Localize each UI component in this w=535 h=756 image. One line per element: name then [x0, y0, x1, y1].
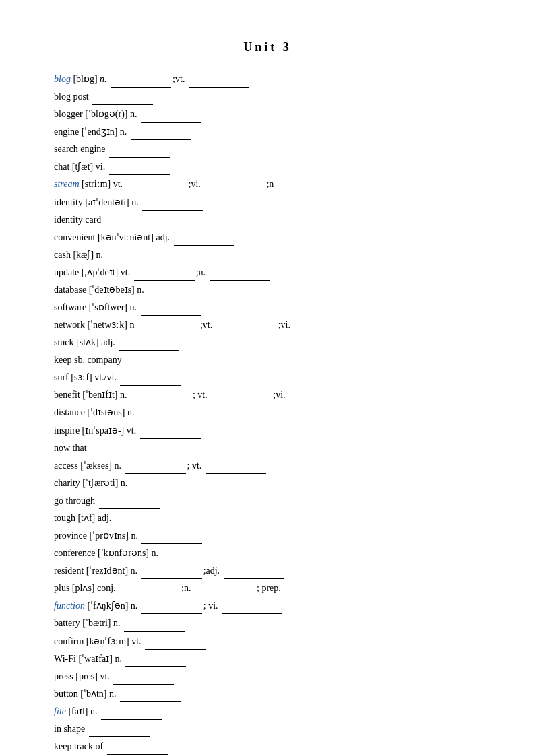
list-item: function [ˈfʌŋkʃən] n. ; vi. [54, 597, 481, 614]
list-item: battery [ˈbætri] n. [54, 615, 481, 631]
list-item: chat [tʃæt] vi. [54, 158, 481, 175]
list-item: stuck [stʌk] adj. [54, 334, 481, 351]
list-item: button [ˈbʌtn] n. [54, 685, 481, 702]
list-item: province [ˈprɒvɪns] n. [54, 527, 481, 544]
list-item: surf [sɜːf] vt./vi. [54, 369, 481, 386]
list-item: identity [aɪˈdentəti] n. [54, 194, 481, 211]
list-item: update [ˌʌpˈdeɪt] vt. ;n. [54, 264, 481, 281]
list-item: Wi-Fi [ˈwaɪfaɪ] n. [54, 650, 481, 667]
list-item: network [ˈnetwɜːk] n ;vt. ;vi. [54, 316, 481, 333]
list-item: confirm [kənˈfɜːm] vt. [54, 633, 481, 650]
list-item: charity [ˈtʃærəti] n. [54, 475, 481, 491]
list-item: stream [striːm] vt. ;vi. ;n [54, 176, 481, 193]
list-item: identity card [54, 211, 481, 228]
list-item: benefit [ˈbenɪfɪt] n. ; vt. ;vi. [54, 386, 481, 403]
list-item: press [pres] vt. [54, 668, 481, 685]
list-item: plus [plʌs] conj. ;n. ; prep. [54, 580, 481, 596]
list-item: tough [tʌf] adj. [54, 510, 481, 526]
list-item: blogger [ˈblɒgə(r)] n. [54, 106, 481, 123]
list-item: resident [ˈrezɪdənt] n. ;adj. [54, 562, 481, 579]
list-item: in shape [54, 720, 481, 737]
list-item: blog [blɒg] n. ;vt. [54, 71, 481, 88]
list-item: search engine [54, 141, 481, 158]
list-item: database [ˈdeɪtəbeɪs] n. [54, 281, 481, 298]
list-item: access [ˈækses] n. ; vt. [54, 457, 481, 474]
list-item: convenient [kənˈviːniənt] adj. [54, 229, 481, 246]
list-item: conference [ˈkɒnfərəns] n. [54, 545, 481, 561]
page-title: Unit 3 [54, 40, 481, 55]
vocab-list: blog [blɒg] n. ;vt. blog post blogger [ˈ… [54, 71, 481, 756]
list-item: blog post [54, 88, 481, 105]
list-item: now that [54, 440, 481, 456]
list-item: inspire [ɪnˈspaɪə-] vt. [54, 422, 481, 439]
list-item: distance [ˈdɪstəns] n. [54, 404, 481, 421]
list-item: file [faɪl] n. [54, 703, 481, 720]
list-item: cash [kæʃ] n. [54, 246, 481, 263]
list-item: keep sb. company [54, 351, 481, 368]
list-item: keep track of [54, 738, 481, 755]
list-item: go through [54, 492, 481, 509]
list-item: software [ˈsɒftwer] n. [54, 299, 481, 316]
list-item: engine [ˈendʒɪn] n. [54, 123, 481, 140]
